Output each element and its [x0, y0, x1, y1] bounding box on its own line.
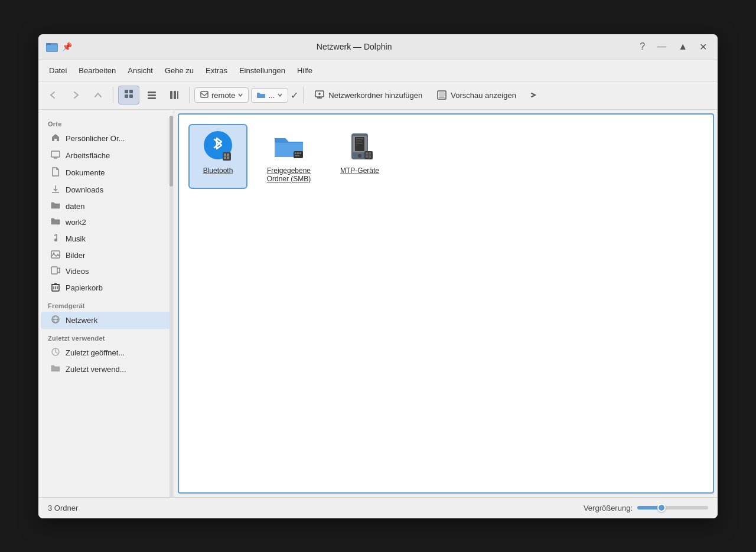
- zoom-label: Vergrößerung:: [584, 504, 633, 512]
- svg-rect-7: [148, 92, 156, 93]
- download-icon: [50, 184, 61, 195]
- sidebar-label-bilder: Bilder: [66, 251, 85, 260]
- svg-rect-6: [129, 94, 133, 98]
- detail-view-button[interactable]: [142, 87, 162, 103]
- more-button[interactable]: [524, 87, 542, 103]
- sidebar-label-downloads: Downloads: [66, 185, 103, 194]
- svg-rect-40: [223, 152, 231, 161]
- grid-view-button[interactable]: [118, 86, 139, 104]
- folder-icon-small: [256, 91, 266, 99]
- sidebar-item-home[interactable]: Persönlicher Or...: [41, 130, 171, 147]
- trash-icon: [50, 282, 61, 293]
- svg-rect-53: [356, 138, 363, 139]
- preview-label: Vorschau anzeigen: [451, 91, 516, 100]
- up-button[interactable]: [88, 87, 108, 103]
- window-icon: [45, 40, 58, 53]
- svg-rect-13: [201, 92, 208, 97]
- sidebar-item-work2[interactable]: work2: [41, 214, 171, 230]
- sidebar-item-netzwerk[interactable]: Netzwerk: [41, 312, 171, 329]
- zoom-slider-thumb[interactable]: [657, 504, 666, 512]
- menu-datei[interactable]: Datei: [43, 64, 73, 77]
- pin-icon[interactable]: 📌: [62, 42, 72, 51]
- svg-point-56: [358, 154, 361, 158]
- scrollbar-track: [170, 116, 173, 497]
- close-button[interactable]: ✕: [696, 40, 711, 54]
- svg-rect-12: [177, 91, 178, 99]
- add-network-label: Netzwerkordner hinzufügen: [328, 91, 422, 100]
- sidebar-item-recent-folders[interactable]: Zuletzt verwend...: [41, 361, 171, 377]
- path-dropdown[interactable]: ...: [251, 88, 288, 103]
- toolbar-separator-2: [189, 87, 190, 103]
- sidebar-item-recent-files[interactable]: Zuletzt geöffnet...: [41, 344, 171, 361]
- network-icon: [50, 315, 61, 326]
- content-area: Orte Persönlicher Or... Arbeitsfläche: [38, 110, 718, 497]
- menu-ansicht[interactable]: Ansicht: [122, 64, 159, 77]
- back-button[interactable]: [43, 87, 63, 103]
- bluetooth-icon-wrapper: [201, 130, 234, 163]
- sidebar-item-daten[interactable]: daten: [41, 198, 171, 214]
- remote-dropdown[interactable]: remote: [194, 87, 249, 103]
- svg-rect-45: [294, 151, 303, 158]
- sidebar-item-videos[interactable]: Videos: [41, 263, 171, 279]
- file-item-mtp[interactable]: MTP-Geräte: [330, 124, 389, 189]
- svg-rect-3: [125, 90, 128, 93]
- remote-icon: [200, 90, 209, 100]
- mtp-icon-wrapper: [343, 130, 376, 163]
- add-network-icon: [314, 90, 325, 100]
- up-icon: [93, 90, 103, 100]
- menu-bearbeiten[interactable]: Bearbeiten: [73, 64, 122, 77]
- recent-icon: [50, 347, 61, 358]
- svg-point-25: [54, 239, 57, 241]
- add-network-button[interactable]: Netzwerkordner hinzufügen: [308, 87, 428, 103]
- file-name-mtp: MTP-Geräte: [340, 166, 379, 175]
- file-area[interactable]: Bluetooth: [178, 113, 714, 494]
- sidebar-item-desktop[interactable]: Arbeitsfläche: [41, 147, 171, 164]
- titlebar-left: 📌: [45, 40, 72, 53]
- svg-rect-28: [51, 267, 57, 274]
- minimize-button[interactable]: —: [653, 40, 670, 53]
- menu-extras[interactable]: Extras: [200, 64, 233, 77]
- path-chevron: [277, 92, 283, 98]
- zoom-slider[interactable]: [637, 506, 708, 509]
- column-view-button[interactable]: [164, 87, 184, 103]
- restore-button[interactable]: ▲: [674, 40, 691, 53]
- forward-button[interactable]: [66, 87, 86, 103]
- sidebar-item-papierkorb[interactable]: Papierkorb: [41, 279, 171, 296]
- toolbar-separator-1: [113, 87, 113, 103]
- help-button[interactable]: ?: [636, 40, 649, 53]
- titlebar-title: Netzwerk — Dolphin: [72, 42, 636, 51]
- file-name-smb: Freigegebene Ordner (SMB): [265, 166, 312, 183]
- svg-rect-2: [47, 45, 57, 51]
- svg-rect-46: [295, 152, 296, 154]
- svg-rect-43: [224, 156, 226, 159]
- statusbar: 3 Ordner Vergrößerung:: [38, 497, 718, 518]
- back-icon: [48, 90, 58, 100]
- detail-icon: [146, 90, 157, 100]
- svg-rect-54: [356, 141, 362, 142]
- sidebar-section-zuletzt: Zuletzt verwendet: [38, 329, 174, 344]
- grid-icon: [123, 89, 134, 99]
- preview-icon: [436, 90, 447, 100]
- sidebar-scrollbar[interactable]: [169, 110, 174, 497]
- dolphin-window: 📌 Netzwerk — Dolphin ? — ▲ ✕ Datei Bearb…: [38, 34, 718, 518]
- file-item-bluetooth[interactable]: Bluetooth: [188, 124, 247, 189]
- file-item-smb[interactable]: Freigegebene Ordner (SMB): [259, 124, 318, 189]
- preview-button[interactable]: Vorschau anzeigen: [431, 87, 522, 103]
- folder-work2-icon: [50, 217, 61, 227]
- column-icon: [169, 90, 180, 100]
- sidebar-section-fremd: Fremdgerät: [38, 296, 174, 312]
- sidebar-item-downloads[interactable]: Downloads: [41, 181, 171, 198]
- menu-hilfe[interactable]: Hilfe: [291, 64, 318, 77]
- scrollbar-thumb[interactable]: [170, 116, 173, 187]
- menu-gehe-zu[interactable]: Gehe zu: [159, 64, 200, 77]
- svg-rect-58: [366, 152, 368, 155]
- sidebar-item-bilder[interactable]: Bilder: [41, 247, 171, 263]
- file-name-bluetooth: Bluetooth: [203, 166, 233, 175]
- svg-rect-42: [227, 153, 229, 156]
- more-icon: [529, 90, 537, 100]
- image-icon: [50, 250, 61, 260]
- menu-einstellungen[interactable]: Einstellungen: [233, 64, 291, 77]
- path-label: ...: [268, 91, 275, 100]
- sidebar-item-dokumente[interactable]: Dokumente: [41, 164, 171, 181]
- sidebar-item-musik[interactable]: Musik: [41, 230, 171, 247]
